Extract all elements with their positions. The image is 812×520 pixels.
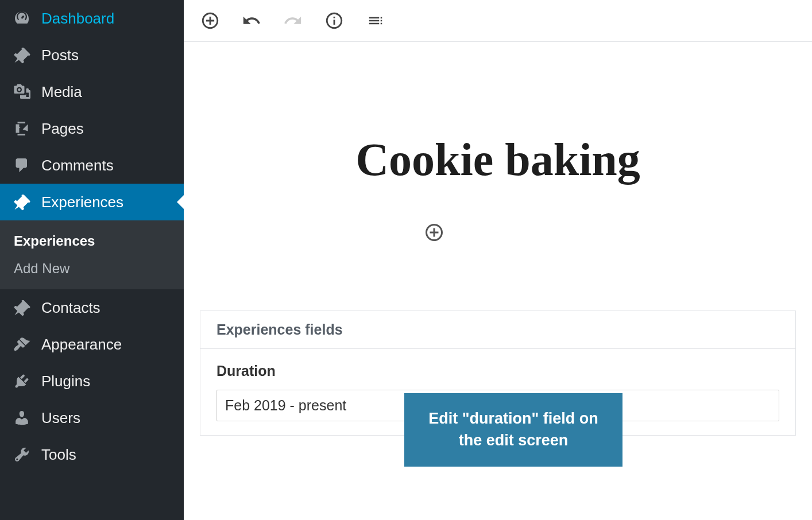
pin-icon (11, 45, 32, 65)
users-icon (11, 408, 32, 428)
pages-icon (11, 118, 32, 139)
sidebar-item-media[interactable]: Media (0, 73, 184, 110)
post-title[interactable]: Cookie baking (184, 71, 812, 209)
redo-button (283, 10, 303, 31)
callout-tooltip: Edit "duration" field on the edit screen (404, 393, 622, 467)
inline-add-block-button[interactable] (422, 220, 446, 245)
plugins-icon (11, 371, 32, 391)
sidebar-item-label: Tools (41, 446, 76, 464)
sidebar-item-label: Posts (41, 46, 79, 64)
sidebar-item-label: Users (41, 409, 80, 427)
appearance-icon (11, 334, 32, 355)
dashboard-icon (11, 8, 32, 29)
outline-button[interactable] (365, 10, 386, 31)
sidebar-item-appearance[interactable]: Appearance (0, 326, 184, 363)
sidebar-item-label: Appearance (41, 336, 122, 354)
duration-label: Duration (216, 363, 779, 379)
sidebar-item-label: Dashboard (41, 10, 114, 28)
sidebar-item-pages[interactable]: Pages (0, 110, 184, 147)
submenu-item-add-new[interactable]: Add New (0, 255, 184, 282)
sidebar-item-label: Experiences (41, 193, 123, 211)
sidebar-item-posts[interactable]: Posts (0, 37, 184, 73)
undo-button[interactable] (241, 10, 262, 31)
pin-icon (11, 192, 32, 212)
sidebar-item-comments[interactable]: Comments (0, 147, 184, 184)
sidebar-item-experiences[interactable]: Experiences (0, 184, 184, 220)
editor-main: Cookie baking Experiences fields Duratio… (184, 0, 812, 520)
sidebar-submenu-experiences: Experiences Add New (0, 220, 184, 289)
editor-toolbar (184, 0, 812, 42)
sidebar-item-contacts[interactable]: Contacts (0, 289, 184, 326)
tools-icon (11, 444, 32, 465)
sidebar-item-plugins[interactable]: Plugins (0, 363, 184, 399)
info-button[interactable] (324, 10, 345, 31)
sidebar-item-tools[interactable]: Tools (0, 436, 184, 473)
sidebar-item-label: Comments (41, 157, 114, 174)
comment-icon (11, 155, 32, 176)
pin-icon (11, 297, 32, 318)
sidebar-item-label: Contacts (41, 299, 100, 317)
submenu-item-experiences[interactable]: Experiences (0, 227, 184, 255)
sidebar-item-label: Media (41, 83, 82, 101)
sidebar-item-users[interactable]: Users (0, 399, 184, 436)
media-icon (11, 82, 32, 102)
sidebar-item-label: Pages (41, 120, 84, 138)
sidebar-item-label: Plugins (41, 372, 90, 390)
sidebar-item-dashboard[interactable]: Dashboard (0, 0, 184, 37)
admin-sidebar: Dashboard Posts Media Pages Comments Exp… (0, 0, 184, 520)
metabox-header: Experiences fields (200, 311, 795, 349)
add-block-button[interactable] (200, 10, 221, 31)
